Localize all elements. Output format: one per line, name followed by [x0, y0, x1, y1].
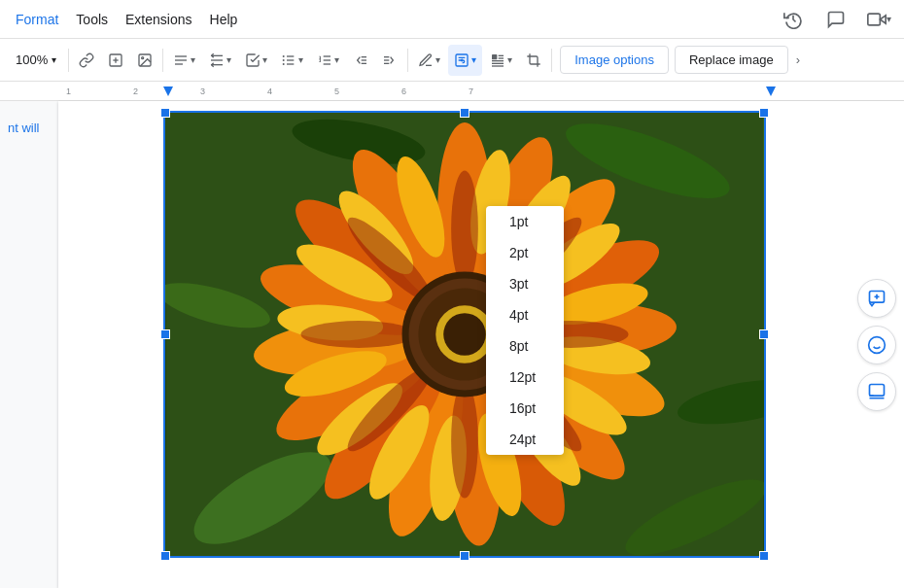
handle-top-left[interactable]	[160, 108, 170, 118]
toolbar: 100% ▾ ▾	[0, 39, 904, 82]
numbered-list-btn[interactable]: ▾	[311, 45, 345, 76]
zoom-value: 100%	[16, 52, 48, 67]
position-chevron-icon: ▾	[507, 54, 512, 65]
svg-point-16	[283, 59, 285, 61]
video-icon-btn[interactable]: ▾	[861, 2, 896, 37]
menu-tools[interactable]: Tools	[68, 8, 116, 31]
ruler-tick-2: 2	[133, 86, 138, 96]
image-options-button[interactable]: Image options	[560, 46, 669, 74]
position-btn[interactable]: ▾	[484, 45, 518, 76]
border-size-1pt[interactable]: 1pt	[486, 206, 564, 237]
image-btn[interactable]	[131, 45, 158, 76]
more-chevron-icon: ›	[796, 52, 800, 67]
ruler-tick-7: 7	[469, 86, 473, 96]
svg-rect-1	[867, 14, 880, 25]
ruler-tick-4: 4	[267, 86, 272, 96]
history-icon-btn[interactable]	[776, 2, 811, 37]
numbered-chevron-icon: ▾	[334, 54, 339, 65]
divider-1	[68, 49, 69, 72]
bullet-chevron-icon: ▾	[298, 54, 303, 65]
handle-bottom-middle[interactable]	[460, 551, 469, 561]
doc-left-margin: nt will	[0, 101, 58, 588]
emoji-sidebar-btn[interactable]	[857, 326, 896, 364]
border-size-dropdown: 1pt 2pt 3pt 4pt 8pt 12pt 16pt 24pt	[486, 206, 564, 455]
handle-top-middle[interactable]	[460, 108, 469, 118]
svg-rect-29	[492, 54, 497, 59]
svg-point-6	[142, 56, 144, 58]
ruler-tick-3: 3	[200, 86, 205, 96]
add-comment-sidebar-btn[interactable]	[857, 279, 896, 318]
border-size-12pt[interactable]: 12pt	[486, 362, 564, 393]
align-chevron-icon: ▾	[191, 54, 195, 65]
top-icons: ▾	[776, 2, 896, 37]
menu-bar: Format Tools Extensions Help ▾	[0, 0, 904, 39]
svg-point-78	[451, 383, 478, 499]
wrap-chevron-icon: ▾	[471, 54, 476, 65]
svg-point-90	[869, 336, 886, 353]
ruler-tick-6: 6	[401, 86, 406, 96]
bullet-list-btn[interactable]: ▾	[275, 45, 309, 76]
left-margin-text: nt will	[8, 121, 40, 135]
increase-indent-btn[interactable]	[376, 45, 403, 76]
text-wrap-btn[interactable]: ▾	[448, 45, 482, 76]
image-container[interactable]	[163, 111, 766, 558]
border-size-8pt[interactable]: 8pt	[486, 330, 564, 362]
image-note-sidebar-btn[interactable]	[857, 372, 896, 411]
ruler: 1 2 3 4 5 6 7	[0, 82, 904, 101]
ruler-ticks: 1 2 3 4 5 6 7	[66, 86, 473, 96]
svg-point-74	[451, 170, 478, 286]
handle-bottom-left[interactable]	[160, 551, 170, 561]
doc-page	[58, 101, 904, 588]
line-spacing-chevron-icon: ▾	[226, 54, 231, 65]
comment-icon-btn[interactable]	[818, 2, 853, 37]
ruler-tick-1: 1	[66, 86, 71, 96]
align-btn[interactable]: ▾	[167, 45, 201, 76]
add-comment-btn[interactable]	[102, 45, 129, 76]
border-size-3pt[interactable]: 3pt	[486, 268, 564, 299]
crop-btn[interactable]	[520, 45, 547, 76]
border-size-2pt[interactable]: 2pt	[486, 237, 564, 268]
line-spacing-btn[interactable]: ▾	[203, 45, 237, 76]
zoom-control[interactable]: 100% ▾	[8, 49, 64, 71]
handle-bottom-right[interactable]	[759, 551, 769, 561]
ruler-indicator-right	[766, 86, 776, 96]
border-size-24pt[interactable]: 24pt	[486, 424, 564, 455]
svg-point-14	[283, 55, 285, 57]
flower-svg	[165, 113, 764, 556]
svg-point-86	[443, 313, 486, 356]
handle-middle-left[interactable]	[160, 329, 170, 339]
highlight-chevron-icon: ▾	[435, 54, 440, 65]
more-options-btn[interactable]: ›	[790, 45, 806, 76]
svg-marker-0	[880, 15, 886, 22]
handle-middle-right[interactable]	[759, 329, 769, 339]
right-sidebar	[857, 279, 896, 411]
border-size-4pt[interactable]: 4pt	[486, 299, 564, 330]
svg-point-18	[283, 63, 285, 65]
checklist-btn[interactable]: ▾	[239, 45, 273, 76]
video-chevron: ▾	[887, 14, 891, 24]
divider-4	[551, 49, 552, 72]
highlight-color-btn[interactable]: ▾	[412, 45, 446, 76]
menu-format[interactable]: Format	[8, 8, 66, 31]
checklist-chevron-icon: ▾	[262, 54, 267, 65]
replace-image-button[interactable]: Replace image	[675, 46, 788, 74]
menu-help[interactable]: Help	[202, 8, 246, 31]
menu-extensions[interactable]: Extensions	[118, 8, 199, 31]
divider-2	[162, 49, 163, 72]
link-btn[interactable]	[73, 45, 100, 76]
decrease-indent-btn[interactable]	[347, 45, 374, 76]
svg-rect-93	[870, 384, 885, 396]
border-size-16pt[interactable]: 16pt	[486, 393, 564, 424]
ruler-tick-5: 5	[334, 86, 339, 96]
menu-bar-left: Format Tools Extensions Help	[8, 8, 245, 31]
svg-point-80	[300, 321, 416, 348]
zoom-chevron-icon: ▾	[52, 54, 56, 65]
flower-image	[165, 113, 764, 556]
document-area: nt will	[0, 101, 904, 588]
divider-3	[407, 49, 408, 72]
handle-top-right[interactable]	[759, 108, 769, 118]
